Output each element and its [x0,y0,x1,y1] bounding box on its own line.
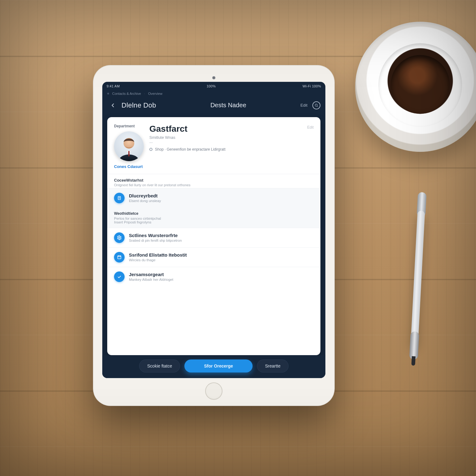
block-line-2: Insert Priposti fngrolyns [114,220,314,224]
chevron-left-icon [110,102,116,108]
row-sub: Sratied di pin fenift shp bitpcetron [129,239,182,242]
row-icon [114,271,125,282]
app-header: Dlelne Dob Dests Nadee Edit [102,97,325,117]
section-hint: Ontgnext fiel llurty on river lit our pr… [114,183,314,187]
header-left-title: Dlelne Dob [121,101,156,109]
card-corner-badge[interactable]: Edit [307,124,314,169]
row-icon [114,193,125,203]
profile-meta: — [149,140,302,144]
breadcrumb-dot [107,93,109,95]
back-button[interactable] [107,100,118,111]
section-label: CoceeWstarhst [114,178,314,183]
svg-line-1 [317,106,318,107]
profile-eyebrow: Department [114,124,144,128]
svg-rect-3 [128,151,130,156]
row-sub: Wircies du thage [129,258,187,262]
gear-icon [117,235,122,240]
status-center: 100% [207,84,216,88]
calendar-icon [117,255,122,260]
footer-left-button[interactable]: Scokie ftatce [139,359,180,372]
row-title: Sctlines Wursterorfrte [129,233,182,238]
svg-rect-9 [118,256,121,259]
list-item[interactable]: Dlucreyrbedt Elsent dong unsleay [107,188,320,208]
status-right: Wi‑Fi 100% [302,84,321,88]
row-title: Dlucreyrbedt [129,193,161,198]
search-icon [314,103,319,108]
avatar-image [114,131,144,161]
list-item[interactable]: Sctlines Wursterorfrte Sratied di pin fe… [107,228,320,247]
list-item[interactable]: Ssrifond Elistatto Itebostit Wircies du … [107,247,320,267]
profile-name: Gastfarct [149,124,302,134]
section-header: CoceeWstarhst Ontgnext fiel llurty on ri… [107,174,320,188]
pin-icon [149,148,152,151]
status-bar: 9:41 AM 100% Wi‑Fi 100% [102,82,325,90]
breadcrumb-a[interactable]: Contacts & Archive [112,92,141,95]
block-line-1: Pertos for sanceo cirbintpchal [114,217,314,220]
profile-location: Shop · Geneenfion be enpractare Lidirgra… [149,147,302,152]
profile-header: Department [107,117,320,173]
status-left: 9:41 AM [107,84,120,88]
document-icon [117,196,122,201]
profile-location-text: Shop · Geneenfion be enpractare Lidirgra… [155,147,225,152]
front-camera [212,76,215,79]
block-title: Weothidtietce [114,211,314,216]
row-sub: Elsent dong unsleay [129,199,161,203]
tablet-frame: 9:41 AM 100% Wi‑Fi 100% Contacts & Archi… [93,65,335,406]
breadcrumb: Contacts & Archive · Overview [102,90,325,97]
header-edit-link[interactable]: Edit [301,103,307,108]
svg-point-0 [315,104,317,106]
row-icon [114,252,125,262]
info-block: Weothidtietce Pertos for sanceo cirbintp… [107,208,320,228]
row-title: Jersamsorgeart [129,272,173,277]
row-icon [114,232,125,243]
header-center-title: Dests Nadee [156,102,301,109]
profile-action-link[interactable]: Cones Cdasurt [114,164,144,169]
coffee-cup [355,22,476,152]
avatar[interactable] [114,131,144,161]
footer-bar: Scokie ftatce Sfor Orecerge Sreartte [102,355,325,378]
footer-right-button[interactable]: Sreartte [257,359,289,372]
footer-primary-button[interactable]: Sfor Orecerge [184,359,253,372]
app-screen: 9:41 AM 100% Wi‑Fi 100% Contacts & Archi… [102,82,325,378]
profile-card: Department [107,117,320,355]
home-button[interactable] [205,382,223,400]
breadcrumb-b[interactable]: Overview [148,92,162,95]
svg-point-8 [119,237,120,238]
profile-subtitle: Smitlute Wnas [149,135,302,140]
row-title: Ssrifond Elistatto Itebostit [129,252,187,258]
list-item[interactable]: Jersamsorgeart Mankey Atbailr her Aldrio… [107,267,320,286]
search-button[interactable] [312,101,320,109]
list: Dlucreyrbedt Elsent dong unsleay Weothid… [107,188,320,286]
check-icon [117,274,122,279]
row-sub: Mankey Atbailr her Aldrioget [129,278,173,281]
